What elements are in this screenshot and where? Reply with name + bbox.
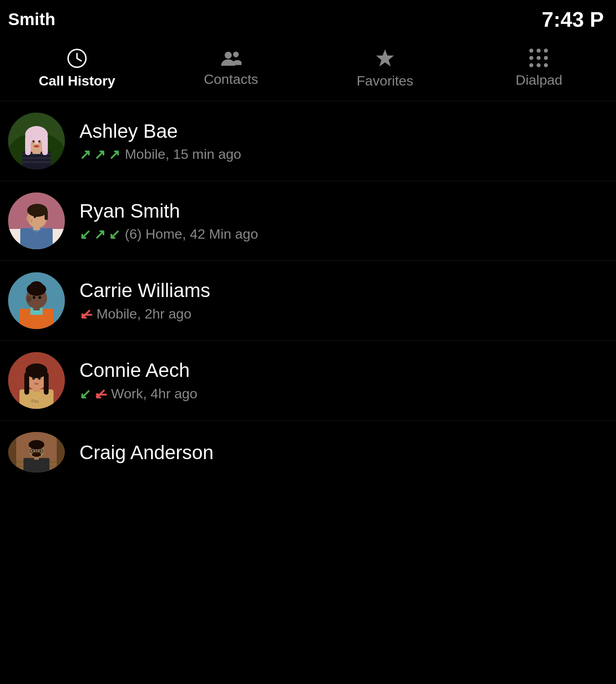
svg-marker-5 xyxy=(376,49,394,66)
arrow-out-r1: ↗ xyxy=(94,226,105,242)
call-meta-carrie: Mobile, 2hr ago xyxy=(96,306,191,322)
call-details-ryan-smith: ↙ ↗ ↙ (6) Home, 42 Min ago xyxy=(79,226,604,242)
star-icon xyxy=(374,48,396,69)
svg-point-51 xyxy=(32,377,35,380)
call-details-connie-aech: ↙ ↙̶ Work, 4hr ago xyxy=(79,385,604,402)
dialpad-icon xyxy=(529,49,549,68)
call-item-ryan-smith[interactable]: Ryan Smith ↙ ↗ ↙ (6) Home, 42 Min ago xyxy=(0,181,616,261)
avatar-craig-anderson xyxy=(8,432,65,472)
call-arrows-connie-aech: ↙ ↙̶ xyxy=(79,385,106,402)
tab-call-history[interactable]: Call History xyxy=(0,44,154,97)
svg-point-67 xyxy=(32,450,34,451)
contacts-icon xyxy=(220,49,242,67)
svg-rect-59 xyxy=(24,458,49,472)
call-details-carrie-williams: ↙̶ Mobile, 2hr ago xyxy=(79,306,604,323)
svg-point-63 xyxy=(32,452,41,457)
arrow-in-2: ↙ xyxy=(109,226,120,242)
svg-point-28 xyxy=(27,204,47,217)
call-name-carrie-williams: Carrie Williams xyxy=(79,279,604,301)
call-name-craig-anderson: Craig Anderson xyxy=(79,441,604,464)
svg-point-30 xyxy=(26,216,30,221)
call-info-ryan-smith: Ryan Smith ↙ ↗ ↙ (6) Home, 42 Min ago xyxy=(79,200,604,242)
svg-point-42 xyxy=(38,296,41,299)
call-name-ashley-bae: Ashley Bae xyxy=(79,120,604,142)
call-arrows-ashley-bae: ↗ ↗ ↗ xyxy=(79,146,120,162)
call-item-craig-anderson[interactable]: Craig Anderson xyxy=(0,421,616,472)
call-arrows-ryan-smith: ↙ ↗ ↙ xyxy=(79,226,120,242)
avatar-carrie-williams xyxy=(8,272,65,329)
tab-bar: Call History Contacts Favorites xyxy=(0,36,616,101)
call-name-connie-aech: Connie Aech xyxy=(79,359,604,381)
svg-rect-16 xyxy=(42,135,48,155)
tab-contacts-label: Contacts xyxy=(204,71,258,87)
svg-point-3 xyxy=(225,52,231,59)
svg-point-19 xyxy=(33,141,35,143)
call-meta-ashley: Mobile, 15 min ago xyxy=(125,146,241,162)
svg-point-4 xyxy=(233,52,239,58)
avatar-connie-aech: ·Piru xyxy=(8,352,65,409)
call-meta-ryan: (6) Home, 42 Min ago xyxy=(125,226,258,242)
svg-line-2 xyxy=(77,58,81,61)
call-list: Ashley Bae ↗ ↗ ↗ Mobile, 15 min ago xyxy=(0,101,616,472)
status-bar-time: 7:43 P xyxy=(542,7,604,32)
arrow-out-1: ↗ xyxy=(79,146,91,162)
svg-rect-11 xyxy=(22,161,51,163)
avatar-ryan-smith xyxy=(8,192,65,249)
call-info-craig-anderson: Craig Anderson xyxy=(79,441,604,464)
arrow-out-3: ↗ xyxy=(109,146,120,162)
svg-point-21 xyxy=(34,145,39,147)
arrow-in-1: ↙ xyxy=(79,226,91,242)
arrow-missed-c1: ↙̶ xyxy=(94,385,106,402)
svg-point-39 xyxy=(30,281,43,291)
svg-rect-29 xyxy=(45,210,48,220)
svg-rect-49 xyxy=(24,372,29,395)
tab-dialpad[interactable]: Dialpad xyxy=(462,45,616,96)
call-info-carrie-williams: Carrie Williams ↙̶ Mobile, 2hr ago xyxy=(79,279,604,323)
svg-point-68 xyxy=(39,450,41,451)
status-bar-left: Smith xyxy=(8,10,56,29)
svg-rect-15 xyxy=(25,135,31,155)
svg-rect-10 xyxy=(22,157,51,159)
svg-point-40 xyxy=(27,296,32,302)
svg-point-20 xyxy=(38,141,41,143)
call-item-carrie-williams[interactable]: Carrie Williams ↙̶ Mobile, 2hr ago xyxy=(0,261,616,341)
svg-point-41 xyxy=(33,296,36,299)
svg-point-43 xyxy=(34,302,39,304)
svg-point-62 xyxy=(29,440,45,449)
tab-favorites[interactable]: Favorites xyxy=(308,44,462,97)
tab-dialpad-label: Dialpad xyxy=(515,72,562,88)
tab-contacts[interactable]: Contacts xyxy=(154,45,308,95)
call-name-ryan-smith: Ryan Smith xyxy=(79,200,604,222)
svg-rect-50 xyxy=(44,372,49,395)
svg-text:·Piru: ·Piru xyxy=(30,399,39,404)
status-bar: Smith 7:43 P xyxy=(0,0,616,36)
tab-call-history-label: Call History xyxy=(39,73,116,89)
svg-point-52 xyxy=(38,377,41,380)
avatar-ashley-bae xyxy=(8,113,65,169)
call-info-ashley-bae: Ashley Bae ↗ ↗ ↗ Mobile, 15 min ago xyxy=(79,120,604,162)
arrow-in-c1: ↙ xyxy=(79,386,91,402)
tab-favorites-label: Favorites xyxy=(357,73,413,89)
svg-point-54 xyxy=(34,383,39,385)
call-item-connie-aech[interactable]: ·Piru Connie Aech ↙ ↙̶ Work, 4hr ago xyxy=(0,341,616,421)
call-info-connie-aech: Connie Aech ↙ ↙̶ Work, 4hr ago xyxy=(79,359,604,402)
svg-point-32 xyxy=(34,216,36,218)
call-arrows-carrie-williams: ↙̶ xyxy=(79,306,92,323)
arrow-out-2: ↗ xyxy=(94,146,105,162)
call-item-ashley-bae[interactable]: Ashley Bae ↗ ↗ ↗ Mobile, 15 min ago xyxy=(0,101,616,181)
clock-icon xyxy=(66,48,88,69)
arrow-missed-1: ↙̶ xyxy=(79,306,92,323)
call-details-ashley-bae: ↗ ↗ ↗ Mobile, 15 min ago xyxy=(79,146,604,162)
call-meta-connie: Work, 4hr ago xyxy=(111,386,197,402)
